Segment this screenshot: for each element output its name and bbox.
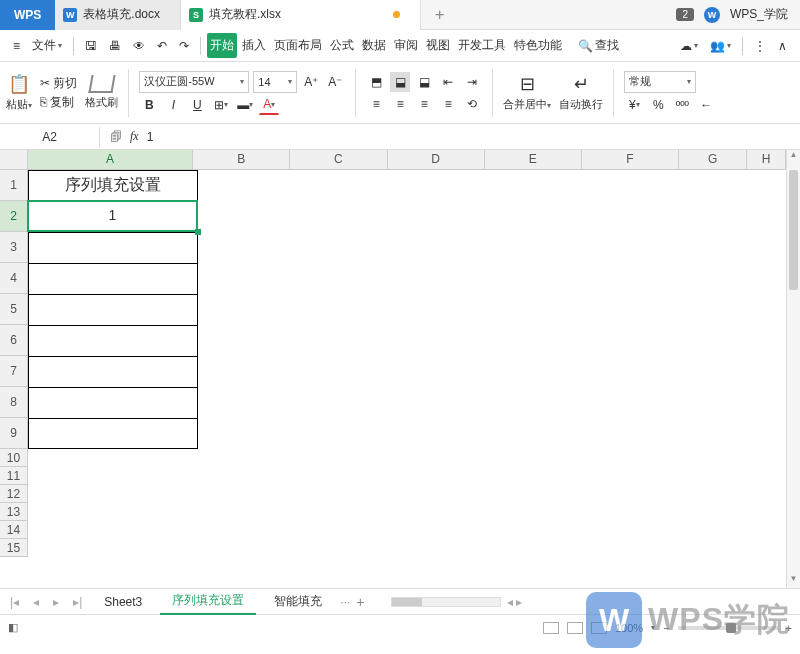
row-header-10[interactable]: 10 [0, 449, 27, 467]
new-tab-button[interactable]: + [421, 6, 458, 24]
col-header-G[interactable]: G [679, 150, 747, 169]
indent-left-icon[interactable]: ⇤ [438, 72, 458, 92]
scroll-up-icon[interactable]: ▲ [787, 150, 800, 164]
align-middle-icon[interactable]: ⬓ [390, 72, 410, 92]
row-header-13[interactable]: 13 [0, 503, 27, 521]
col-header-A[interactable]: A [28, 150, 193, 169]
search-button[interactable]: 🔍 查找 [573, 34, 624, 57]
row-header-2[interactable]: 2 [0, 201, 27, 232]
row-header-15[interactable]: 15 [0, 539, 27, 557]
col-header-H[interactable]: H [747, 150, 786, 169]
sheet-nav-prev-icon[interactable]: ◂ [29, 595, 43, 609]
cloud-sync-icon[interactable]: ☁▾ [675, 36, 703, 56]
scroll-split-icon[interactable]: ◂ ▸ [507, 595, 522, 609]
row-header-9[interactable]: 9 [0, 418, 27, 449]
print-icon[interactable]: 🖶 [104, 36, 126, 56]
copy-button[interactable]: ⎘ 复制 [40, 94, 74, 111]
row-header-11[interactable]: 11 [0, 467, 27, 485]
sheet-nav-next-icon[interactable]: ▸ [49, 595, 63, 609]
more-menu-icon[interactable]: ⋮ [749, 36, 771, 56]
col-header-F[interactable]: F [582, 150, 679, 169]
document-tab-docx[interactable]: W 表格填充.docx [55, 0, 181, 30]
font-color-button[interactable]: A▾ [259, 95, 279, 115]
sheet-tabs-more[interactable]: ··· [340, 595, 350, 609]
view-page-icon[interactable] [567, 622, 583, 634]
scroll-thumb[interactable] [789, 170, 798, 290]
italic-button[interactable]: I [163, 95, 183, 115]
tab-view[interactable]: 视图 [423, 33, 453, 58]
sheet-tab-smart-fill[interactable]: 智能填充 [262, 589, 334, 614]
sheet-tab-fill-settings[interactable]: 序列填充设置 [160, 588, 256, 615]
row-header-12[interactable]: 12 [0, 485, 27, 503]
font-size-combo[interactable]: 14▾ [253, 71, 297, 93]
row-header-14[interactable]: 14 [0, 521, 27, 539]
paste-button[interactable]: 📋 粘贴▾ [6, 73, 32, 112]
fill-handle[interactable] [195, 229, 201, 235]
preview-icon[interactable]: 👁 [128, 36, 150, 56]
row-header-5[interactable]: 5 [0, 294, 27, 325]
hamburger-menu-icon[interactable]: ≡ [8, 36, 25, 56]
underline-button[interactable]: U [187, 95, 207, 115]
tab-insert[interactable]: 插入 [239, 33, 269, 58]
increase-font-icon[interactable]: A⁺ [301, 72, 321, 92]
name-box[interactable]: A2 [0, 127, 100, 147]
sheet-nav-last-icon[interactable]: ▸| [69, 595, 86, 609]
window-count-badge[interactable]: 2 [676, 8, 694, 21]
col-header-E[interactable]: E [485, 150, 582, 169]
spreadsheet-grid[interactable]: ABCDEFGH 123456789101112131415 序列填充设置 1 … [0, 150, 800, 588]
file-menu[interactable]: 文件 ▾ [27, 34, 67, 57]
formula-input[interactable]: 1 [147, 130, 154, 144]
wrap-text-button[interactable]: ↵ 自动换行 [559, 73, 603, 112]
decrease-decimal-icon[interactable]: ← [696, 95, 716, 115]
tab-review[interactable]: 审阅 [391, 33, 421, 58]
align-right-icon[interactable]: ≡ [414, 94, 434, 114]
add-sheet-button[interactable]: + [356, 594, 364, 610]
account-label[interactable]: WPS_学院 [730, 6, 788, 23]
save-icon[interactable]: 🖫 [80, 36, 102, 56]
collapse-ribbon-icon[interactable]: ∧ [773, 36, 792, 56]
fx-list-icon[interactable]: 🗐 [110, 130, 122, 144]
align-center-icon[interactable]: ≡ [390, 94, 410, 114]
selected-cell[interactable]: 1 [27, 200, 198, 232]
scroll-down-icon[interactable]: ▼ [787, 574, 800, 588]
indent-right-icon[interactable]: ⇥ [462, 72, 482, 92]
view-normal-icon[interactable] [543, 622, 559, 634]
bold-button[interactable]: B [139, 95, 159, 115]
col-header-D[interactable]: D [388, 150, 485, 169]
tab-data[interactable]: 数据 [359, 33, 389, 58]
align-top-icon[interactable]: ⬒ [366, 72, 386, 92]
thousand-sep-icon[interactable]: ººº [672, 95, 692, 115]
decrease-font-icon[interactable]: A⁻ [325, 72, 345, 92]
fill-color-button[interactable]: ▬▾ [235, 95, 255, 115]
row-header-7[interactable]: 7 [0, 356, 27, 387]
cut-button[interactable]: ✂ 剪切 [40, 75, 77, 92]
align-justify-icon[interactable]: ≡ [438, 94, 458, 114]
orientation-icon[interactable]: ⟲ [462, 94, 482, 114]
font-name-combo[interactable]: 汉仪正圆-55W▾ [139, 71, 249, 93]
format-painter-button[interactable]: 格式刷 [85, 75, 118, 110]
tab-special[interactable]: 特色功能 [511, 33, 565, 58]
redo-icon[interactable]: ↷ [174, 36, 194, 56]
share-icon[interactable]: 👥▾ [705, 36, 736, 56]
percent-icon[interactable]: % [648, 95, 668, 115]
horizontal-scrollbar[interactable] [391, 597, 501, 607]
row-header-3[interactable]: 3 [0, 232, 27, 263]
row-header-6[interactable]: 6 [0, 325, 27, 356]
record-macro-icon[interactable]: ◧ [8, 621, 18, 634]
tab-dev-tools[interactable]: 开发工具 [455, 33, 509, 58]
undo-icon[interactable]: ↶ [152, 36, 172, 56]
merge-cells-button[interactable]: ⊟ 合并居中▾ [503, 73, 551, 112]
col-header-C[interactable]: C [290, 150, 387, 169]
col-header-B[interactable]: B [193, 150, 290, 169]
currency-icon[interactable]: ¥▾ [624, 95, 644, 115]
row-header-1[interactable]: 1 [0, 170, 27, 201]
border-button[interactable]: ⊞▾ [211, 95, 231, 115]
sheet-tab-sheet3[interactable]: Sheet3 [92, 591, 154, 613]
number-format-combo[interactable]: 常规▾ [624, 71, 696, 93]
tab-page-layout[interactable]: 页面布局 [271, 33, 325, 58]
tab-home[interactable]: 开始 [207, 33, 237, 58]
row-header-4[interactable]: 4 [0, 263, 27, 294]
cell-A1[interactable]: 序列填充设置 [28, 170, 198, 201]
fx-icon[interactable]: fx [130, 129, 139, 144]
align-bottom-icon[interactable]: ⬓ [414, 72, 434, 92]
